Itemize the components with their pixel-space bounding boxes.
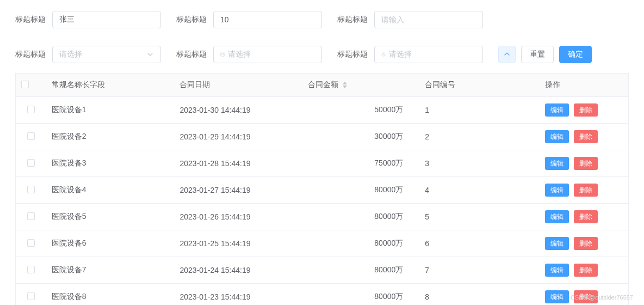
filter-label: 标题标题 [337, 50, 368, 59]
row-checkbox[interactable] [27, 212, 35, 220]
collapse-button[interactable] [498, 46, 516, 63]
edit-button[interactable]: 编辑 [545, 290, 569, 303]
edit-button[interactable]: 编辑 [545, 157, 569, 170]
cell-date: 2023-01-30 14:44:19 [174, 97, 302, 124]
cell-name: 医院设备1 [46, 97, 175, 124]
edit-button[interactable]: 编辑 [545, 103, 569, 117]
cell-no: 4 [419, 177, 539, 204]
filter-item-5: 标题标题 请选择 [176, 46, 322, 63]
cell-name: 医院设备5 [46, 204, 175, 230]
delete-button[interactable]: 删除 [574, 184, 598, 197]
cell-name: 医院设备6 [46, 230, 175, 257]
filter-item-4: 标题标题 请选择 [15, 46, 161, 63]
filter-label: 标题标题 [15, 50, 46, 59]
filter-date-picker[interactable]: 请选择 [213, 46, 322, 63]
cell-no: 6 [419, 230, 539, 257]
delete-button[interactable]: 删除 [574, 237, 598, 250]
header-amount-label: 合同金额 [308, 80, 338, 89]
cell-no: 1 [419, 97, 539, 124]
cell-amount: 80000万 [302, 257, 419, 284]
reset-button[interactable]: 重置 [521, 46, 554, 63]
date-placeholder: 请选择 [228, 50, 315, 59]
data-table: 常规名称长字段 合同日期 合同金额 合同编号 操作 医院设备1 2023-01-… [15, 73, 629, 305]
cell-ops: 编辑 删除 [540, 124, 629, 150]
cell-no: 3 [419, 150, 539, 177]
edit-button[interactable]: 编辑 [545, 237, 569, 250]
row-checkbox[interactable] [27, 239, 35, 247]
cell-no: 2 [419, 124, 539, 150]
cell-date: 2023-01-23 15:44:19 [174, 284, 302, 306]
edit-button[interactable]: 编辑 [545, 130, 569, 143]
cell-date: 2023-01-25 15:44:19 [174, 230, 302, 257]
filter-label: 标题标题 [337, 15, 368, 25]
filter-label: 标题标题 [176, 50, 207, 59]
filter-input-number[interactable] [213, 11, 322, 28]
row-checkbox[interactable] [27, 159, 35, 167]
filter-label: 标题标题 [15, 15, 46, 25]
delete-button[interactable]: 删除 [574, 157, 598, 170]
table-row: 医院设备3 2023-01-28 15:44:19 75000万 3 编辑 删除 [16, 150, 629, 177]
cell-name: 医院设备3 [46, 150, 175, 177]
table-row: 医院设备7 2023-01-24 15:44:19 80000万 7 编辑 删除 [16, 257, 629, 284]
header-date[interactable]: 合同日期 [174, 74, 302, 97]
filter-form: 标题标题 标题标题 标题标题 标题标题 请选择 标题标题 请选择 标题标题 [15, 11, 629, 63]
cell-date: 2023-01-28 15:44:19 [174, 150, 302, 177]
cell-date: 2023-01-27 15:44:19 [174, 177, 302, 204]
cell-amount: 80000万 [302, 284, 419, 306]
chevron-up-icon [504, 50, 510, 59]
filter-select[interactable]: 请选择 [52, 46, 161, 63]
cell-ops: 编辑 删除 [540, 230, 629, 257]
table-row: 医院设备6 2023-01-25 15:44:19 80000万 6 编辑 删除 [16, 230, 629, 257]
row-checkbox[interactable] [27, 106, 35, 113]
sort-icon[interactable] [343, 82, 347, 88]
select-placeholder: 请选择 [59, 50, 82, 59]
header-check [16, 74, 46, 97]
edit-button[interactable]: 编辑 [545, 184, 569, 197]
svg-rect-0 [221, 53, 224, 56]
filter-item-2: 标题标题 [176, 11, 322, 28]
filter-item-3: 标题标题 [337, 11, 483, 28]
row-checkbox[interactable] [27, 186, 35, 193]
filter-label: 标题标题 [176, 15, 207, 25]
filter-input-name[interactable] [52, 11, 161, 28]
row-checkbox[interactable] [27, 292, 35, 300]
filter-time-picker[interactable]: 请选择 [374, 46, 483, 63]
delete-button[interactable]: 删除 [574, 103, 598, 117]
cell-no: 5 [419, 204, 539, 230]
cell-ops: 编辑 删除 [540, 177, 629, 204]
table-row: 医院设备4 2023-01-27 15:44:19 80000万 4 编辑 删除 [16, 177, 629, 204]
delete-button[interactable]: 删除 [574, 264, 598, 277]
header-name[interactable]: 常规名称长字段 [46, 74, 175, 97]
header-no[interactable]: 合同编号 [419, 74, 539, 97]
select-all-checkbox[interactable] [21, 81, 29, 88]
cell-name: 医院设备7 [46, 257, 175, 284]
cell-name: 医院设备4 [46, 177, 175, 204]
cell-ops: 编辑 删除 [540, 284, 629, 306]
filter-item-6: 标题标题 请选择 [337, 46, 483, 63]
cell-ops: 编辑 删除 [540, 257, 629, 284]
calendar-icon [220, 51, 228, 58]
header-amount[interactable]: 合同金额 [302, 74, 419, 97]
cell-amount: 80000万 [302, 177, 419, 204]
delete-button[interactable]: 删除 [574, 290, 598, 303]
filter-input-text[interactable] [374, 11, 483, 28]
delete-button[interactable]: 删除 [574, 210, 598, 223]
submit-button[interactable]: 确定 [559, 46, 592, 63]
cell-no: 8 [419, 284, 539, 306]
edit-button[interactable]: 编辑 [545, 264, 569, 277]
cell-amount: 80000万 [302, 230, 419, 257]
row-checkbox[interactable] [27, 266, 35, 273]
cell-amount: 75000万 [302, 150, 419, 177]
row-checkbox[interactable] [27, 132, 35, 140]
delete-button[interactable]: 删除 [574, 130, 598, 143]
cell-date: 2023-01-26 15:44:19 [174, 204, 302, 230]
clock-icon [381, 51, 389, 58]
cell-ops: 编辑 删除 [540, 204, 629, 230]
cell-date: 2023-01-29 14:44:19 [174, 124, 302, 150]
time-placeholder: 请选择 [389, 50, 476, 59]
edit-button[interactable]: 编辑 [545, 210, 569, 223]
cell-amount: 80000万 [302, 204, 419, 230]
cell-no: 7 [419, 257, 539, 284]
cell-ops: 编辑 删除 [540, 97, 629, 124]
table-row: 医院设备1 2023-01-30 14:44:19 50000万 1 编辑 删除 [16, 97, 629, 124]
